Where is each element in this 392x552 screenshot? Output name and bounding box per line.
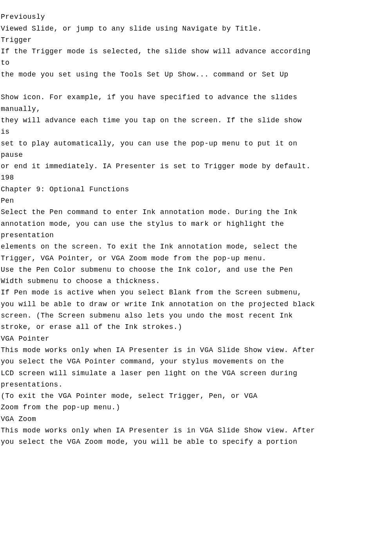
text-line: VGA Zoom	[1, 415, 36, 423]
text-line: Zoom from the pop-up menu.)	[1, 403, 120, 411]
text-line: This mode works only when IA Presenter i…	[1, 427, 315, 434]
text-line: elements on the screen. To exit the Ink …	[1, 243, 297, 251]
text-line: Use the Pen Color submenu to choose the …	[1, 266, 293, 274]
text-line: annotation mode, you can use the stylus …	[1, 220, 284, 228]
text-line: pause	[1, 151, 23, 159]
text-line: to	[1, 59, 10, 67]
text-line: This mode works only when IA Presenter i…	[1, 346, 315, 354]
text-line: you select the VGA Zoom mode, you will b…	[1, 438, 297, 446]
text-line: Previously	[1, 13, 45, 21]
text-line: presentations.	[1, 381, 63, 389]
text-line: they will advance each time you tap on t…	[1, 116, 302, 124]
text-line: Viewed Slide, or jump to any slide using…	[1, 25, 262, 33]
text-line: Trigger, VGA Pointer, or VGA Zoom mode f…	[1, 254, 266, 262]
text-line: (To exit the VGA Pointer mode, select Tr…	[1, 392, 258, 400]
text-line: Show icon. For example, if you have spec…	[1, 93, 297, 101]
text-line: Select the Pen command to enter Ink anno…	[1, 208, 297, 216]
text-line: or end it immediately. IA Presenter is s…	[1, 162, 311, 170]
text-line: Pen	[1, 197, 14, 205]
text-line: If the Trigger mode is selected, the sli…	[1, 47, 311, 55]
text-line: stroke, or erase all of the Ink strokes.…	[1, 323, 182, 331]
text-line: If Pen mode is active when you select Bl…	[1, 289, 302, 296]
text-line: you will be able to draw or write Ink an…	[1, 300, 315, 308]
chapter-heading: Chapter 9: Optional Functions	[1, 185, 129, 193]
text-line: VGA Pointer	[1, 335, 49, 343]
text-line: set to play automatically, you can use t…	[1, 140, 297, 147]
text-line: Width submenu to choose a thickness.	[1, 277, 160, 285]
text-line: manually,	[1, 105, 41, 113]
text-line: screen. (The Screen submenu also lets yo…	[1, 312, 293, 320]
text-line: Trigger	[1, 36, 32, 44]
text-line: you select the VGA Pointer command, your…	[1, 358, 284, 365]
document-body: Previously Viewed Slide, or jump to any …	[0, 0, 392, 448]
text-line: the mode you set using the Tools Set Up …	[1, 71, 289, 78]
page-number: 198	[1, 174, 14, 182]
text-line: is	[1, 128, 10, 136]
text-line: presentation	[1, 231, 54, 239]
text-line: LCD screen will simulate a laser pen lig…	[1, 369, 297, 377]
